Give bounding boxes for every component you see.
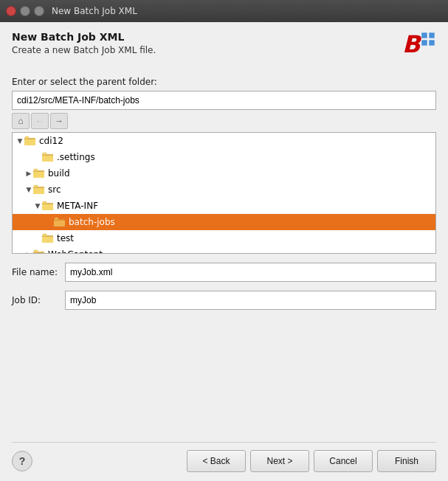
svg-rect-19 — [43, 201, 46, 204]
toggle-test — [33, 230, 42, 246]
svg-rect-6 — [24, 139, 35, 145]
jobid-label: Job ID: — [12, 295, 65, 305]
jobid-row: Job ID: myJob — [12, 291, 436, 310]
tree-label-settings: .settings — [57, 152, 95, 162]
tree-item-src[interactable]: ▼ src — [13, 181, 435, 198]
batch-job-icon: B — [402, 32, 435, 65]
svg-rect-16 — [34, 185, 38, 187]
folder-icon-test — [42, 232, 54, 244]
finish-button[interactable]: Finish — [377, 450, 436, 472]
tree-item-cdi12[interactable]: ▼ cdi12 — [13, 133, 435, 149]
tree-label-build: build — [48, 168, 70, 179]
tree-item-batch-jobs[interactable]: batch-jobs — [13, 214, 435, 230]
tree-label-meta-inf: META-INF — [57, 201, 98, 211]
filename-input[interactable]: myJob.xml — [65, 263, 436, 282]
svg-rect-1 — [429, 32, 435, 38]
project-icon-cdi12 — [24, 135, 36, 147]
toggle-webcontent[interactable]: ▶ — [24, 246, 33, 254]
title-bar: New Batch Job XML — [0, 0, 448, 22]
home-toolbar-button[interactable]: ⌂ — [12, 113, 30, 129]
tree-item-settings[interactable]: .settings — [13, 149, 435, 165]
svg-rect-28 — [34, 250, 38, 252]
svg-rect-10 — [43, 153, 46, 155]
next-button[interactable]: Next > — [250, 450, 309, 472]
window-title: New Batch Job XML — [52, 6, 137, 16]
tree-item-test[interactable]: test — [13, 230, 435, 246]
svg-rect-9 — [42, 156, 53, 162]
folder-icon-build — [33, 167, 45, 179]
folder-label: Enter or select the parent folder: — [12, 77, 436, 87]
minimize-button[interactable] — [20, 6, 30, 16]
folder-icon-webcontent — [33, 249, 45, 254]
tree-item-meta-inf[interactable]: ▼ META-INF — [13, 198, 435, 214]
close-button[interactable] — [6, 6, 16, 16]
tree-item-build[interactable]: ▶ build — [13, 165, 435, 181]
svg-rect-15 — [33, 188, 44, 194]
svg-rect-3 — [429, 40, 435, 46]
tree-label-batch-jobs: batch-jobs — [69, 217, 115, 227]
filename-label: File name: — [12, 267, 65, 277]
dialog-icon: B — [401, 31, 436, 66]
svg-rect-2 — [421, 40, 427, 46]
folder-path-input[interactable]: cdi12/src/META-INF/batch-jobs — [12, 91, 436, 110]
button-bar: ? < Back Next > Cancel Finish — [12, 442, 436, 472]
dialog-title: New Batch Job XML — [12, 31, 156, 43]
dialog-content: New Batch Job XML Create a new Batch Job… — [0, 22, 448, 481]
tree-label-src: src — [48, 184, 61, 195]
back-toolbar-button[interactable]: ← — [31, 113, 49, 129]
forward-toolbar-button[interactable]: → — [50, 113, 68, 129]
tree-label-cdi12: cdi12 — [39, 136, 63, 146]
svg-rect-27 — [33, 253, 44, 254]
svg-rect-13 — [34, 169, 38, 171]
letter-b-icon: B — [402, 30, 420, 58]
folder-icon-meta-inf — [42, 200, 54, 212]
svg-rect-18 — [42, 204, 53, 210]
tree-label-test: test — [57, 233, 74, 243]
toggle-src[interactable]: ▼ — [24, 181, 33, 198]
toggle-cdi12[interactable]: ▼ — [15, 133, 24, 149]
folder-icon-batch-jobs — [54, 216, 66, 228]
folder-tree[interactable]: ▼ cdi12 .settings — [12, 132, 436, 254]
window-controls[interactable] — [6, 6, 44, 16]
maximize-button[interactable] — [34, 6, 44, 16]
svg-rect-22 — [55, 218, 58, 220]
tree-item-webcontent[interactable]: ▶ WebContent — [13, 246, 435, 254]
folder-icon-src — [33, 184, 45, 195]
svg-rect-24 — [42, 237, 53, 243]
svg-rect-21 — [54, 221, 65, 226]
toggle-settings — [33, 149, 42, 165]
dialog-subtitle: Create a new Batch Job XML file. — [12, 45, 156, 55]
svg-rect-0 — [421, 32, 427, 38]
folder-icon-settings — [42, 151, 54, 163]
dialog-header: New Batch Job XML Create a new Batch Job… — [12, 31, 436, 66]
toggle-meta-inf[interactable]: ▼ — [33, 198, 42, 214]
jobid-input[interactable]: myJob — [65, 291, 436, 310]
grid-icon — [421, 32, 435, 46]
header-text: New Batch Job XML Create a new Batch Job… — [12, 31, 156, 55]
toggle-batch-jobs — [45, 214, 54, 230]
folder-toolbar: ⌂ ← → — [12, 113, 436, 129]
toggle-build[interactable]: ▶ — [24, 165, 33, 181]
tree-label-webcontent: WebContent — [48, 249, 103, 254]
cancel-button[interactable]: Cancel — [314, 450, 373, 472]
back-button[interactable]: < Back — [187, 450, 246, 472]
svg-rect-12 — [33, 172, 44, 178]
svg-rect-25 — [43, 234, 46, 236]
svg-rect-7 — [25, 136, 29, 139]
help-button[interactable]: ? — [12, 451, 32, 471]
filename-row: File name: myJob.xml — [12, 263, 436, 282]
